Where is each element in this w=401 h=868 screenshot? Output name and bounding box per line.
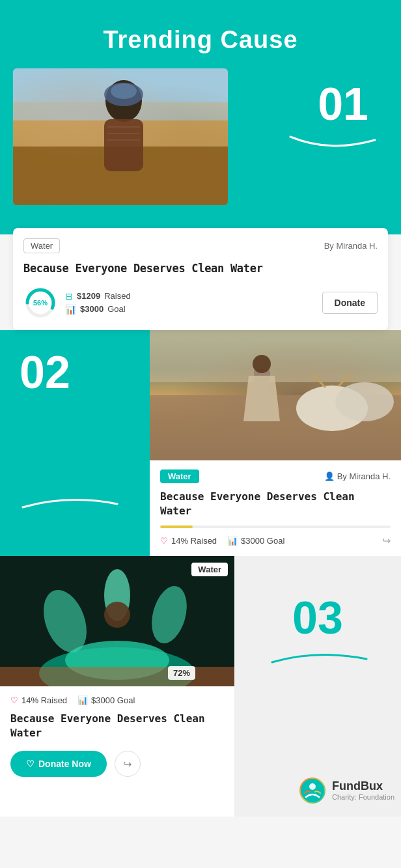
card-3-content: ♡ 14% Raised 📊 $3000 Goal Because Everyo… xyxy=(0,686,234,787)
raised-amount: $1209 xyxy=(77,291,100,301)
svg-point-30 xyxy=(309,783,316,790)
card-3-raised: 14% Raised xyxy=(21,695,67,705)
section-3: Water 72% ♡ 14% Raised 📊 $3000 Goal Beca… xyxy=(0,556,401,817)
donate-button-1[interactable]: Donate xyxy=(322,292,378,314)
share-icon-3: ↪ xyxy=(123,758,131,770)
card-1-stat-block: ⊟ $1209 Raised 📊 $3000 Goal xyxy=(65,291,314,315)
number-02-decoration xyxy=(16,491,120,517)
card-2-water-tag: Water xyxy=(160,469,199,483)
progress-bar-fill-2 xyxy=(160,525,193,528)
goal-label-2: $3000 Goal xyxy=(241,536,284,546)
raised-stat-2: ♡ 14% Raised xyxy=(160,536,217,546)
card-3-water-badge: Water xyxy=(191,563,228,576)
progress-circle-1: 56% xyxy=(23,286,57,320)
card-3-title: Because Everyone Deserves Clean Water xyxy=(10,712,224,741)
page-title: Trending Cause xyxy=(13,26,388,54)
donate-now-button[interactable]: ♡ Donate Now xyxy=(10,751,107,777)
card-3-stats: ♡ 14% Raised 📊 $3000 Goal xyxy=(10,695,224,705)
number-03-decoration xyxy=(266,646,370,672)
card-3: Water 72% ♡ 14% Raised 📊 $3000 Goal Beca… xyxy=(0,556,234,817)
number-02: 02 xyxy=(20,350,70,395)
card-3-raised-stat: ♡ 14% Raised xyxy=(10,695,67,705)
progress-bar-2 xyxy=(160,525,391,528)
card-1: Water By Miranda H. Because Everyone Des… xyxy=(13,228,388,330)
svg-marker-20 xyxy=(243,376,280,421)
brand-logo-svg xyxy=(301,779,324,802)
card-3-image: Water 72% xyxy=(0,556,234,686)
goal-icon: 📊 xyxy=(65,304,76,315)
svg-rect-12 xyxy=(150,330,401,382)
section-3-right: 03 FundBux Charity: Foundation xyxy=(234,556,401,817)
goal-stat-2: 📊 $3000 Goal xyxy=(227,536,284,546)
svg-point-5 xyxy=(111,83,137,99)
hero-image-inner xyxy=(13,68,228,205)
donate-now-label: Donate Now xyxy=(38,759,91,769)
card-3-percent-badge: 72% xyxy=(168,666,195,680)
card-1-stats: 56% ⊟ $1209 Raised 📊 $3000 Goal Donate xyxy=(23,286,378,320)
card-2-footer: ♡ 14% Raised 📊 $3000 Goal ↪ xyxy=(160,535,391,547)
raised-icon: ⊟ xyxy=(65,291,73,301)
card-2-tags: Water 👤 By Miranda H. xyxy=(160,469,391,483)
card-3-actions: ♡ Donate Now ↪ xyxy=(10,751,224,777)
raised-label-2: 14% Raised xyxy=(171,536,217,546)
svg-rect-28 xyxy=(0,667,234,686)
share-button-3[interactable]: ↪ xyxy=(115,751,141,777)
share-icon-2[interactable]: ↪ xyxy=(382,535,391,547)
card-2-image-inner xyxy=(150,330,401,460)
section-2-right: Water 👤 By Miranda H. Because Everyone D… xyxy=(150,330,401,556)
card-2-illustration xyxy=(150,330,401,460)
card-2-content: Water 👤 By Miranda H. Because Everyone D… xyxy=(150,460,401,556)
hero-illustration xyxy=(13,68,228,205)
card-2-author-text: By Miranda H. xyxy=(337,471,391,481)
user-icon: 👤 xyxy=(324,471,335,481)
svg-point-29 xyxy=(301,779,324,802)
brand-subtitle: Charity: Foundation xyxy=(332,793,394,801)
card-3-goal-stat: 📊 $3000 Goal xyxy=(77,695,135,705)
hero-image xyxy=(13,68,228,205)
goal-amount: $3000 xyxy=(80,304,104,314)
hero-section: Trending Cause xyxy=(0,0,401,234)
brand-logo xyxy=(299,777,325,804)
brand-name: FundBux xyxy=(332,779,394,793)
svg-point-19 xyxy=(253,355,271,373)
card-2-title: Because Everyone Deserves Clean Water xyxy=(160,490,391,519)
raised-label: Raised xyxy=(104,291,130,301)
number-03: 03 xyxy=(292,595,343,641)
card-2-image xyxy=(150,330,401,460)
bar-icon-2: 📊 xyxy=(227,536,238,546)
goal-stat: 📊 $3000 Goal xyxy=(65,304,314,315)
footer-stats-2: ♡ 14% Raised 📊 $3000 Goal xyxy=(160,536,284,546)
svg-point-15 xyxy=(335,382,394,421)
card-1-tags: Water By Miranda H. xyxy=(23,238,378,253)
card-1-author: By Miranda H. xyxy=(324,241,378,251)
heart-icon-3: ♡ xyxy=(10,695,18,705)
number-01-decoration xyxy=(277,130,381,156)
heart-icon-donate: ♡ xyxy=(26,759,35,769)
section-2-left: 02 xyxy=(0,330,150,556)
card-3-goal: $3000 Goal xyxy=(91,695,135,705)
card-2-author: 👤 By Miranda H. xyxy=(324,471,391,481)
goal-label: Goal xyxy=(107,304,125,314)
svg-point-27 xyxy=(104,602,130,628)
bar-icon-3: 📊 xyxy=(77,695,88,705)
progress-text-1: 56% xyxy=(33,299,48,307)
heart-icon-2: ♡ xyxy=(160,536,168,546)
card-1-water-tag: Water xyxy=(23,238,60,253)
brand-block: FundBux Charity: Foundation xyxy=(299,777,394,804)
card-1-title: Because Everyone Deserves Clean Water xyxy=(23,261,378,277)
raised-stat: ⊟ $1209 Raised xyxy=(65,291,314,301)
number-01: 01 xyxy=(318,78,368,130)
brand-text-block: FundBux Charity: Foundation xyxy=(332,779,394,801)
section-2: 02 xyxy=(0,330,401,556)
